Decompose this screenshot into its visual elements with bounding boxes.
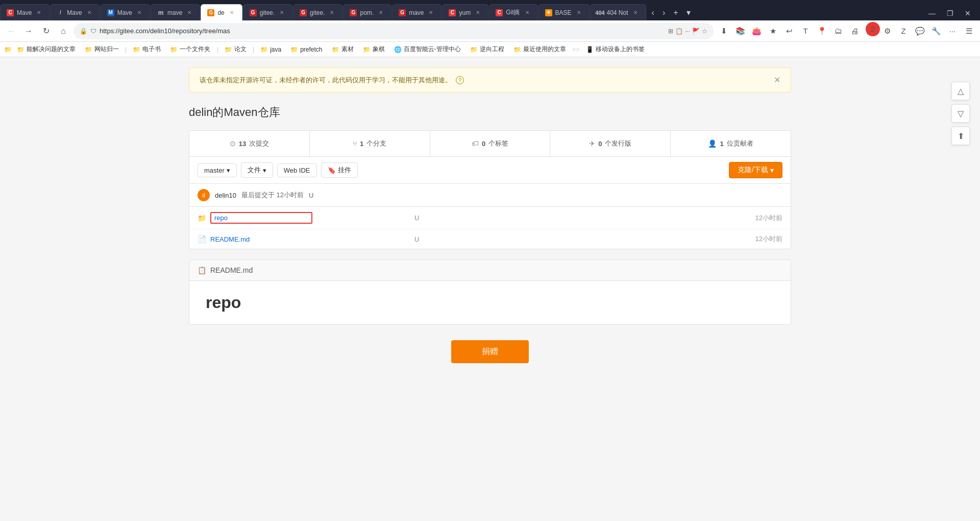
license-help-icon[interactable]: ?: [456, 76, 464, 84]
bookmark-item-6[interactable]: 📁 java: [256, 44, 285, 55]
tab-scroll-right[interactable]: ›: [659, 7, 668, 18]
tab-12[interactable]: ☀ BASE ✕: [538, 4, 590, 20]
bookmark-item-4[interactable]: 📁 一个文件夹: [166, 43, 214, 55]
tab-6[interactable]: G gitee. ✕: [243, 4, 292, 20]
print-icon[interactable]: 🖨: [847, 24, 862, 38]
tab-close-8[interactable]: ✕: [377, 9, 385, 17]
tab-label-2: Mave: [67, 9, 82, 16]
flag-icon[interactable]: 🚩: [692, 28, 700, 35]
stat-branches[interactable]: ⑂ 1 个分支: [310, 131, 430, 156]
bookmark-item-2[interactable]: 📁 网站归一: [81, 43, 123, 55]
clone-download-button[interactable]: 克隆/下载 ▾: [729, 162, 782, 178]
bookmark-item-9[interactable]: 📁 象棋: [359, 43, 389, 55]
zotero-icon[interactable]: Z: [896, 24, 911, 38]
stat-releases[interactable]: ✈ 0 个发行版: [550, 131, 671, 156]
reader-icon[interactable]: ⊞: [668, 28, 673, 35]
collections-icon[interactable]: 🗂: [831, 24, 845, 38]
tab-9[interactable]: G mave ✕: [392, 4, 442, 20]
download-icon[interactable]: ⬇: [717, 24, 731, 38]
file-name-readme[interactable]: README.md: [210, 235, 312, 243]
webide-button[interactable]: Web IDE: [277, 163, 317, 177]
license-banner-close[interactable]: ✕: [774, 75, 780, 85]
bookmark-item-8[interactable]: 📁 素材: [328, 43, 358, 55]
more-tools-icon[interactable]: ···: [945, 24, 960, 38]
chat-icon[interactable]: 💬: [913, 24, 927, 38]
tab-close-12[interactable]: ✕: [575, 9, 583, 17]
bookmark-btn[interactable]: 🔖 挂件: [321, 162, 358, 178]
tab-close-9[interactable]: ✕: [427, 9, 435, 17]
float-btn-1[interactable]: △: [951, 82, 970, 100]
float-btn-2[interactable]: ▽: [951, 104, 970, 123]
tab-10[interactable]: C yum ✕: [442, 4, 488, 20]
tab-scroll-left[interactable]: ‹: [649, 7, 657, 18]
commit-author[interactable]: delin10: [215, 192, 236, 199]
tab-11[interactable]: C Git摘 ✕: [489, 4, 537, 20]
tab-close-1[interactable]: ✕: [35, 9, 43, 17]
tab-close-11[interactable]: ✕: [523, 9, 531, 17]
tab-close-4[interactable]: ✕: [185, 9, 193, 17]
settings-icon[interactable]: ⚙: [880, 24, 894, 38]
extensions-icon[interactable]: 🧩 2: [864, 24, 878, 38]
tab-5-active[interactable]: G de ✕: [201, 4, 242, 20]
tab-8[interactable]: G pom. ✕: [343, 4, 391, 20]
tab-favicon-3: M: [107, 9, 114, 16]
bookmark-sep-4: >>: [571, 45, 581, 53]
donate-button[interactable]: 捐赠: [451, 340, 529, 363]
tab-3[interactable]: M Mave ✕: [101, 4, 150, 20]
tab-1[interactable]: C Mave ✕: [0, 4, 50, 20]
stat-contributors[interactable]: 👤 1 位贡献者: [671, 131, 791, 156]
reading-list-icon[interactable]: 📚: [733, 24, 747, 38]
bookmark-item-10[interactable]: 📁 逆向工程: [466, 43, 508, 55]
tab-4[interactable]: m mave ✕: [151, 4, 200, 20]
bookmark-item-1[interactable]: 📁 能解决问题的文章: [13, 43, 80, 55]
tab-close-3[interactable]: ✕: [135, 9, 143, 17]
tab-close-10[interactable]: ✕: [474, 9, 482, 17]
address-input-field[interactable]: 🔒 🛡 https://gitee.com/delin10/repository…: [74, 23, 714, 39]
clone-btn-label: 克隆/下载: [738, 165, 768, 175]
history-icon[interactable]: ↩: [782, 24, 796, 38]
translate-icon[interactable]: T: [798, 24, 813, 38]
menu-icon[interactable]: ☰: [962, 24, 976, 38]
tab-favicon-10: C: [449, 9, 456, 16]
extra-icon[interactable]: 🔧: [929, 24, 943, 38]
baidu-icon: 🌐: [394, 46, 402, 53]
close-button[interactable]: ✕: [960, 8, 976, 18]
maximize-button[interactable]: ❐: [942, 8, 959, 18]
commits-icon: ⊙: [230, 139, 236, 148]
maps-icon[interactable]: 📍: [815, 24, 829, 38]
float-btn-top[interactable]: ⬆: [951, 127, 970, 145]
home-button[interactable]: ⌂: [56, 24, 70, 38]
clone-dropdown-icon: ▾: [770, 166, 774, 174]
tab-close-5[interactable]: ✕: [228, 9, 236, 17]
reader-view-icon[interactable]: 📋: [675, 28, 683, 35]
tab-close-2[interactable]: ✕: [85, 9, 93, 17]
file-name-repo[interactable]: repo: [210, 212, 312, 224]
tab-2[interactable]: / Mave ✕: [50, 4, 100, 20]
minimize-button[interactable]: —: [923, 8, 941, 18]
bookmark-item-5[interactable]: 📁 论文: [220, 43, 251, 55]
stat-commits[interactable]: ⊙ 13 次提交: [189, 131, 310, 156]
bookmark-item-7[interactable]: 📁 prefetch: [286, 44, 326, 55]
forward-button[interactable]: →: [21, 24, 36, 38]
tab-close-7[interactable]: ✕: [328, 9, 336, 17]
stat-tags[interactable]: 🏷 0 个标签: [430, 131, 551, 156]
star-icon[interactable]: ☆: [702, 28, 707, 35]
tab-13[interactable]: 404 404 Not ✕: [590, 4, 646, 20]
file-button[interactable]: 文件 ▾: [241, 162, 273, 178]
tab-close-13[interactable]: ✕: [631, 9, 640, 17]
bookmark-item-baidu[interactable]: 🌐 百度智能云-管理中心: [390, 43, 465, 55]
bookmark-item-mobile[interactable]: 📱 移动设备上的书签: [582, 43, 649, 55]
more-icon[interactable]: ···: [685, 28, 690, 35]
favorites-icon[interactable]: ★: [766, 24, 780, 38]
bookmark-item-3[interactable]: 📁 电子书: [129, 43, 165, 55]
tab-close-6[interactable]: ✕: [278, 9, 286, 17]
new-tab-button[interactable]: +: [670, 7, 681, 18]
bookmark-item-11[interactable]: 📁 最近使用的文章: [509, 43, 570, 55]
window-controls: — ❐ ✕: [923, 8, 980, 20]
back-button[interactable]: ←: [4, 24, 18, 38]
wallet-icon[interactable]: 👛: [749, 24, 764, 38]
branch-selector[interactable]: master ▾: [198, 163, 237, 177]
tab-7[interactable]: G gitee. ✕: [293, 4, 342, 20]
tab-list-button[interactable]: ▾: [683, 7, 694, 18]
refresh-button[interactable]: ↻: [39, 24, 53, 38]
